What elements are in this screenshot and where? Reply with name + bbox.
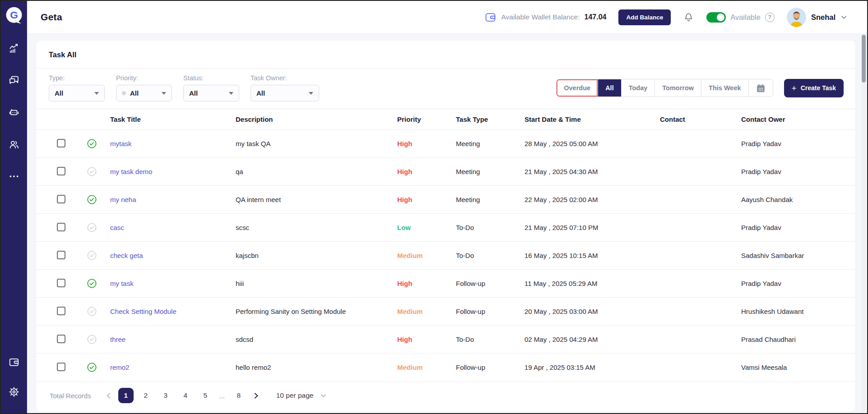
row-checkbox[interactable]: [57, 251, 65, 259]
row-checkbox[interactable]: [57, 167, 65, 175]
status-check-icon[interactable]: [87, 138, 97, 149]
task-title-link[interactable]: Check Setting Module: [110, 308, 176, 315]
filter-priority-label: Priority:: [116, 74, 172, 82]
calendar-button[interactable]: [748, 79, 773, 97]
contact-owner-cell: Pradip Yadav: [736, 130, 855, 158]
create-task-button[interactable]: + Create Task: [784, 79, 844, 97]
sidebar-item-chat[interactable]: [8, 74, 20, 86]
page-content: Task All Type: All Priority:: [27, 34, 867, 413]
availability-toggle[interactable]: [706, 12, 726, 23]
task-title-link[interactable]: check geta: [110, 252, 143, 259]
page-button-8[interactable]: 8: [231, 388, 246, 403]
sidebar-item-users[interactable]: [8, 138, 20, 150]
row-checkbox[interactable]: [57, 223, 65, 231]
row-checkbox[interactable]: [57, 335, 65, 343]
status-check-icon[interactable]: [87, 278, 97, 289]
chevron-down-icon: [840, 14, 847, 21]
row-checkbox[interactable]: [57, 307, 65, 315]
priority-cell: High: [397, 168, 412, 175]
view-controls: Overdue All Today Tomorrow This Week: [556, 79, 844, 97]
filter-task-owner-label: Task Owner:: [251, 74, 319, 82]
plus-icon: +: [792, 84, 797, 92]
sidebar-nav: [8, 42, 20, 182]
user-menu[interactable]: Snehal: [787, 8, 847, 27]
availability-label: Available: [730, 13, 761, 22]
help-icon[interactable]: ?: [765, 13, 775, 22]
task-description-cell: Performing Sanity on Setting Module: [230, 298, 392, 326]
filter-type-select[interactable]: All: [49, 85, 105, 101]
contact-owner-cell: Vamsi Meesala: [736, 354, 855, 382]
start-date-cell: 11 May , 2025 05:29 AM: [519, 270, 654, 298]
contact-owner-cell: Aayush Chandak: [736, 186, 855, 214]
contact-cell: [654, 298, 736, 326]
status-check-icon[interactable]: [87, 222, 97, 233]
notifications-bell-button[interactable]: [683, 12, 694, 23]
page-button-4[interactable]: 4: [178, 388, 193, 403]
view-tabs: Overdue All Today Tomorrow This Week: [556, 79, 773, 97]
status-check-icon[interactable]: [87, 362, 97, 373]
status-check-icon[interactable]: [87, 306, 97, 317]
row-checkbox[interactable]: [57, 279, 65, 287]
task-title-link[interactable]: casc: [110, 224, 124, 231]
tab-overdue[interactable]: Overdue: [557, 79, 598, 97]
analytics-icon: [8, 42, 20, 54]
task-table-body: mytask my task QA High Meeting 28 May , …: [36, 130, 855, 382]
filter-task-owner-select[interactable]: All: [251, 85, 319, 101]
task-title-link[interactable]: my task demo: [110, 168, 152, 175]
status-check-icon[interactable]: [87, 334, 97, 345]
table-header: Task Title Description Priority Task Typ…: [36, 109, 855, 130]
contact-owner-cell: Pradip Yadav: [736, 158, 855, 186]
task-title-link[interactable]: my neha: [110, 196, 136, 203]
row-checkbox[interactable]: [57, 195, 65, 203]
status-check-icon[interactable]: [87, 194, 97, 205]
svg-text:G: G: [10, 9, 18, 21]
next-page-button[interactable]: [249, 392, 264, 400]
column-header-task-type: Task Type: [450, 109, 519, 130]
chat-icon: [8, 74, 20, 86]
task-title-link[interactable]: three: [110, 336, 125, 343]
contact-owner-cell: Prasad Chaudhari: [736, 326, 855, 354]
task-type-cell: Follow-up: [450, 270, 519, 298]
filter-status-select[interactable]: All: [183, 85, 239, 101]
row-checkbox[interactable]: [57, 139, 65, 147]
page-button-5[interactable]: 5: [198, 388, 213, 403]
start-date-cell: 16 May , 2025 10:15 AM: [519, 242, 654, 270]
task-title-link[interactable]: remo2: [110, 363, 130, 371]
tab-today[interactable]: Today: [621, 79, 655, 97]
page-button-1[interactable]: 1: [118, 388, 134, 403]
add-balance-button[interactable]: Add Balance: [618, 9, 671, 25]
avatar-illustration: [787, 8, 806, 27]
status-check-icon[interactable]: [87, 250, 97, 261]
tab-this-week[interactable]: This Week: [701, 79, 748, 97]
sidebar-item-analytics[interactable]: [8, 42, 20, 54]
row-checkbox[interactable]: [57, 363, 65, 371]
page-button-3[interactable]: 3: [158, 388, 173, 403]
column-header-description: Description: [230, 109, 392, 130]
task-title-link[interactable]: mytask: [110, 140, 132, 147]
create-task-label: Create Task: [801, 84, 836, 92]
tab-all[interactable]: All: [598, 79, 621, 97]
top-bar-right: Available Wallet Balance: 147.04 Add Bal…: [484, 8, 847, 27]
start-date-cell: 19 Apr , 2025 03:15 AM: [519, 354, 654, 382]
sidebar-item-bot[interactable]: [8, 106, 20, 118]
sidebar-item-wallet[interactable]: [8, 356, 20, 368]
per-page-select[interactable]: 10 per page: [276, 391, 327, 400]
vertical-scrollbar[interactable]: [862, 35, 866, 412]
sidebar-item-settings[interactable]: [8, 386, 20, 398]
scrollbar-thumb[interactable]: [862, 35, 866, 83]
app-logo[interactable]: G: [5, 6, 23, 25]
sidebar-item-more[interactable]: [8, 170, 20, 182]
filter-type: Type: All: [49, 74, 105, 101]
status-check-icon[interactable]: [87, 166, 97, 177]
column-header-task-title: Task Title: [105, 109, 230, 130]
filter-priority-select[interactable]: All: [116, 85, 172, 101]
total-records-label: Total Records: [50, 392, 91, 400]
page-button-2[interactable]: 2: [138, 388, 153, 403]
tab-tomorrow[interactable]: Tomorrow: [654, 79, 701, 97]
task-title-link[interactable]: my task: [110, 280, 134, 287]
brand-title[interactable]: Geta: [41, 12, 62, 23]
task-type-cell: Meeting: [450, 186, 519, 214]
start-date-cell: 28 May , 2025 05:00 AM: [519, 130, 654, 158]
previous-page-button[interactable]: [101, 392, 116, 400]
table-row: three sdcsd High To-Do 02 May , 2025 04:…: [36, 326, 855, 354]
